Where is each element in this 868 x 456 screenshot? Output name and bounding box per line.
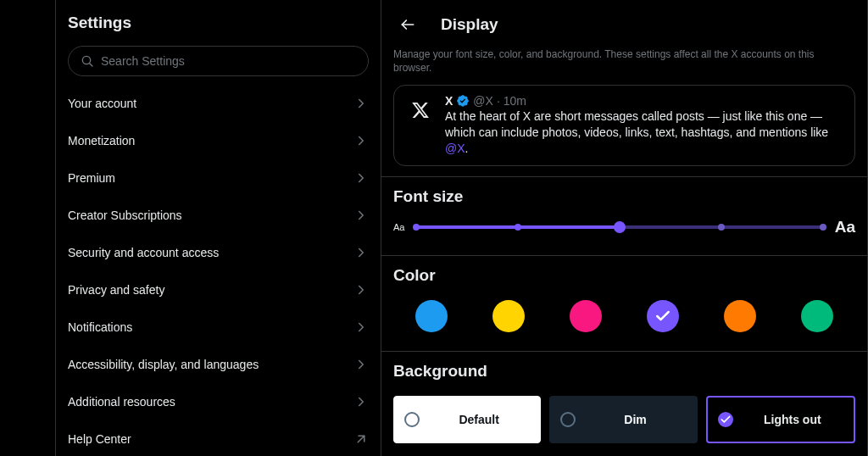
radio-indicator [404, 412, 420, 427]
chevron-right-icon [353, 133, 369, 148]
settings-menu-item[interactable]: Accessibility, display, and languages [56, 346, 381, 383]
chevron-right-icon [353, 96, 369, 111]
search-wrap [56, 46, 381, 85]
settings-menu-item[interactable]: Your account [56, 85, 381, 122]
settings-title: Settings [56, 10, 381, 46]
font-size-step[interactable] [718, 224, 725, 231]
post-header: X @X · 10m [445, 94, 844, 108]
settings-menu-item[interactable]: Monetization [56, 122, 381, 159]
chevron-right-icon [353, 170, 369, 186]
background-option[interactable]: Default [393, 396, 541, 443]
menu-item-label: Your account [68, 97, 136, 110]
post-body-text: At the heart of X are short messages cal… [445, 109, 828, 139]
settings-menu-item[interactable]: Privacy and safety [56, 271, 381, 309]
svg-line-2 [358, 436, 364, 442]
font-size-row: Aa Aa [393, 218, 855, 236]
background-options: DefaultDimLights out [393, 392, 855, 443]
back-button[interactable] [393, 10, 422, 39]
color-swatch-blue[interactable] [415, 300, 448, 332]
font-size-heading: Font size [393, 187, 855, 206]
chevron-right-icon [353, 282, 369, 298]
menu-item-label: Additional resources [68, 395, 175, 409]
settings-menu-item[interactable]: Security and account access [56, 234, 381, 271]
chevron-right-icon [353, 357, 369, 372]
section-background: Background DefaultDimLights out [381, 352, 867, 456]
font-size-min-label: Aa [393, 222, 404, 232]
display-panel: Display Manage your font size, color, an… [381, 0, 868, 456]
background-option-label: Default [428, 413, 530, 426]
background-option[interactable]: Dim [549, 396, 697, 443]
section-font-size: Font size Aa Aa [381, 176, 867, 256]
settings-menu-item[interactable]: Additional resources [56, 383, 381, 420]
radio-indicator [560, 412, 576, 427]
post-content: X @X · 10m At the heart of X are short m… [445, 94, 844, 157]
background-option-label: Dim [584, 413, 686, 426]
menu-item-label: Notifications [68, 320, 132, 334]
external-link-icon [353, 431, 369, 447]
section-color: Color [381, 256, 867, 352]
settings-menu-item[interactable]: Notifications [56, 309, 381, 346]
background-option[interactable]: Lights out [706, 396, 855, 443]
search-input[interactable] [101, 54, 356, 68]
menu-item-label: Premium [68, 171, 115, 185]
color-swatch-orange[interactable] [724, 300, 756, 332]
post-body-text-after: . [465, 142, 469, 155]
settings-menu: Your accountMonetizationPremiumCreator S… [56, 85, 381, 456]
post-mention[interactable]: @X [445, 142, 465, 155]
menu-item-label: Privacy and safety [68, 283, 164, 297]
menu-item-label: Help Center [68, 432, 131, 446]
settings-menu-item[interactable]: Creator Subscriptions [56, 197, 381, 234]
check-icon [720, 414, 732, 425]
font-size-handle[interactable] [614, 221, 626, 233]
avatar [404, 94, 437, 126]
chevron-right-icon [353, 394, 369, 409]
chevron-right-icon [353, 208, 369, 223]
page-title: Display [441, 15, 498, 34]
font-size-step[interactable] [820, 224, 826, 231]
font-size-max-label: Aa [835, 218, 855, 236]
radio-indicator [718, 412, 733, 427]
check-icon [654, 308, 671, 325]
menu-item-label: Monetization [68, 134, 135, 147]
menu-item-label: Creator Subscriptions [68, 209, 182, 222]
background-heading: Background [393, 362, 855, 381]
settings-menu-item[interactable]: Premium [56, 159, 381, 197]
font-size-slider[interactable] [416, 219, 822, 236]
color-swatch-yellow[interactable] [492, 300, 525, 332]
chevron-right-icon [353, 245, 369, 260]
search-settings[interactable] [68, 46, 369, 76]
verified-badge-icon [456, 94, 470, 108]
settings-sidebar: Settings Your accountMonetizationPremium… [55, 0, 381, 456]
post-time: 10m [504, 94, 526, 108]
color-swatch-purple[interactable] [647, 300, 679, 332]
color-swatch-pink[interactable] [570, 300, 602, 332]
page-description: Manage your font size, color, and backgr… [381, 46, 867, 85]
sample-post: X @X · 10m At the heart of X are short m… [393, 85, 855, 166]
post-handle: @X [473, 94, 493, 108]
font-size-step[interactable] [413, 224, 420, 231]
chevron-right-icon [353, 320, 369, 335]
menu-item-label: Security and account access [68, 246, 219, 259]
arrow-left-icon [399, 16, 416, 33]
menu-item-label: Accessibility, display, and languages [68, 358, 259, 371]
post-meta-sep: · [497, 94, 500, 108]
color-swatches [393, 297, 855, 332]
post-author-name: X [445, 94, 453, 108]
search-icon [81, 54, 94, 68]
settings-menu-item[interactable]: Help Center [56, 420, 381, 456]
background-option-label: Lights out [742, 413, 843, 426]
svg-line-1 [90, 64, 92, 66]
color-swatch-green[interactable] [801, 300, 833, 332]
post-body: At the heart of X are short messages cal… [445, 108, 844, 157]
display-header: Display [381, 0, 867, 46]
x-logo-icon [411, 101, 430, 120]
font-size-step[interactable] [515, 224, 521, 231]
color-heading: Color [393, 266, 855, 285]
